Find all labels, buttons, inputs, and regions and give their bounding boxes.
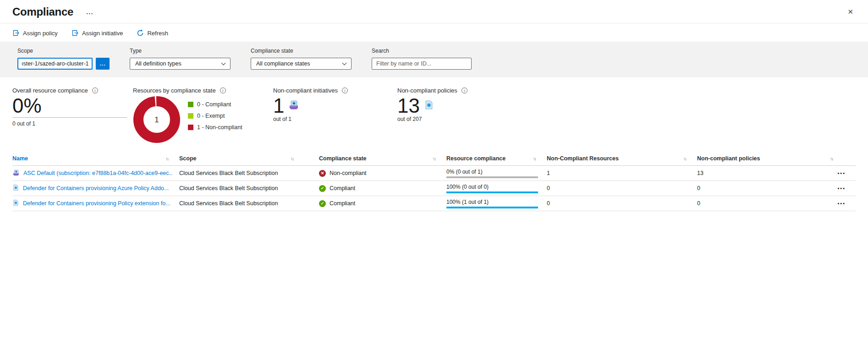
assign-initiative-label: Assign initiative xyxy=(82,30,123,37)
legend-item-exempt: 0 - Exempt xyxy=(188,113,242,119)
legend-label-exempt: 0 - Exempt xyxy=(197,113,225,119)
policy-link[interactable]: Defender for Containers provisioning Pol… xyxy=(23,200,170,207)
context-menu-icon[interactable]: ... xyxy=(86,10,93,14)
scope-picker-button[interactable]: ... xyxy=(96,58,110,70)
compliance-state-dropdown[interactable]: All compliance states xyxy=(251,58,352,70)
non-compliant-initiatives-value: 1 xyxy=(273,96,284,116)
compliance-donut-chart[interactable]: 1 xyxy=(133,96,181,145)
column-header-scope[interactable]: Scope ↑↓ xyxy=(179,155,319,162)
overall-compliance-card: Overall resource compliance i 0% 0 out o… xyxy=(12,87,133,145)
blade-header: Compliance ... ✕ xyxy=(0,0,868,19)
assign-policy-label: Assign policy xyxy=(23,30,58,37)
non-compliant-policies-subtext: out of 207 xyxy=(397,116,467,122)
resource-compliance-cell: 100% (1 out of 1) xyxy=(446,199,539,205)
sort-icon[interactable]: ↑↓ xyxy=(683,156,686,161)
legend-item-non-compliant: 1 - Non-compliant xyxy=(188,124,242,131)
legend-item-compliant: 0 - Compliant xyxy=(188,101,242,108)
donut-center-value: 1 xyxy=(154,115,159,124)
refresh-label: Refresh xyxy=(147,30,168,37)
close-icon[interactable]: ✕ xyxy=(845,7,856,17)
column-header-non-compliant-resources[interactable]: Non-Compliant Resources ↑↓ xyxy=(547,155,697,162)
legend-label-non-compliant: 1 - Non-compliant xyxy=(197,124,242,131)
scope-input[interactable] xyxy=(17,58,93,70)
chevron-down-icon xyxy=(342,60,347,65)
type-filter: Type All definition types xyxy=(130,48,231,70)
overall-compliance-subtext: 0 out of 1 xyxy=(12,120,133,127)
non-compliant-resources-cell: 1 xyxy=(547,170,697,176)
resource-compliance-cell: 0% (0 out of 1) xyxy=(446,169,539,175)
non-compliant-policies-cell: 13 xyxy=(697,170,833,176)
legend-label-compliant: 0 - Compliant xyxy=(197,101,231,108)
policy-icon xyxy=(424,100,434,112)
info-icon[interactable]: i xyxy=(92,87,98,93)
sort-icon[interactable]: ↑↓ xyxy=(433,156,435,161)
row-menu-icon[interactable]: ••• xyxy=(833,170,856,176)
non-compliant-initiatives-title: Non-compliant initiatives xyxy=(273,87,338,94)
refresh-icon xyxy=(137,29,144,37)
table-header: Name ↑↓ Scope ↑↓ Compliance state ↑↓ Res… xyxy=(12,152,856,166)
column-header-resource-compliance[interactable]: Resource compliance ↑↓ xyxy=(446,155,547,162)
compliance-progress-bar xyxy=(446,207,538,208)
compliance-state-dropdown-value: All compliance states xyxy=(256,60,310,67)
column-header-non-compliant-policies[interactable]: Non-compliant policies ↑↓ xyxy=(697,155,833,162)
resources-by-state-card: Resources by compliance state i 1 0 - Co… xyxy=(133,87,273,145)
scope-cell: Cloud Services Black Belt Subscription xyxy=(179,200,319,207)
policy-icon xyxy=(12,184,19,192)
table-row: ASC Default (subscription: e7f88b1a-04fc… xyxy=(12,166,856,181)
table-row: Defender for Containers provisioning Azu… xyxy=(12,181,856,196)
non-compliant-policies-value: 13 xyxy=(397,96,420,116)
column-header-compliance-state[interactable]: Compliance state ↑↓ xyxy=(319,155,446,162)
policy-set-link[interactable]: ASC Default (subscription: e7f88b1a-04fc… xyxy=(23,170,173,176)
column-header-name[interactable]: Name ↑↓ xyxy=(12,155,179,162)
scope-filter: Scope ... xyxy=(17,48,110,70)
scope-cell: Cloud Services Black Belt Subscription xyxy=(179,185,319,191)
sort-icon[interactable]: ↑↓ xyxy=(533,156,536,161)
sort-icon[interactable]: ↑↓ xyxy=(291,156,293,161)
compliance-state-cell: Non-compliant xyxy=(330,170,367,176)
info-icon[interactable]: i xyxy=(220,87,226,93)
resources-by-state-title: Resources by compliance state xyxy=(133,87,216,94)
policy-icon xyxy=(12,199,19,208)
sort-icon[interactable]: ↑↓ xyxy=(165,156,168,161)
info-icon[interactable]: i xyxy=(342,87,348,93)
non-compliant-policies-cell: 0 xyxy=(697,185,833,191)
non-compliant-initiatives-subtext: out of 1 xyxy=(273,116,397,122)
non-compliant-policies-title: Non-compliant policies xyxy=(397,87,457,94)
type-dropdown[interactable]: All definition types xyxy=(130,58,231,70)
non-compliant-resources-cell: 0 xyxy=(547,185,697,191)
assign-policy-button[interactable]: Assign policy xyxy=(12,29,58,37)
overall-divider xyxy=(12,117,127,118)
type-label: Type xyxy=(130,48,231,54)
row-menu-icon[interactable]: ••• xyxy=(833,186,856,191)
command-toolbar: Assign policy Assign initiative Refresh xyxy=(0,23,868,42)
compliance-state-filter: Compliance state All compliance states xyxy=(251,48,352,70)
stats-row: Overall resource compliance i 0% 0 out o… xyxy=(0,77,868,145)
row-menu-icon[interactable]: ••• xyxy=(833,201,856,206)
info-icon[interactable]: i xyxy=(461,87,467,93)
overall-compliance-value: 0% xyxy=(12,96,133,116)
compliance-state-label: Compliance state xyxy=(251,48,352,54)
compliance-progress-bar xyxy=(446,191,538,193)
assign-initiative-button[interactable]: Assign initiative xyxy=(71,29,123,37)
compliance-progress-bar xyxy=(446,176,538,178)
policy-link[interactable]: Defender for Containers provisioning Azu… xyxy=(23,185,169,191)
assign-initiative-icon xyxy=(71,29,79,37)
type-dropdown-value: All definition types xyxy=(135,60,181,67)
filter-bar: Scope ... Type All definition types Comp… xyxy=(0,42,868,77)
sort-icon[interactable]: ↑↓ xyxy=(830,156,833,161)
donut-legend: 0 - Compliant 0 - Exempt 1 - Non-complia… xyxy=(188,101,242,145)
compliance-state-cell: Compliant xyxy=(330,200,355,207)
refresh-button[interactable]: Refresh xyxy=(137,29,168,37)
overall-compliance-title: Overall resource compliance xyxy=(12,87,88,94)
search-input[interactable] xyxy=(372,58,472,70)
assign-policy-icon xyxy=(12,29,20,37)
scope-label: Scope xyxy=(17,48,110,54)
compliant-icon: ✓ xyxy=(319,185,326,192)
initiative-icon xyxy=(12,169,20,178)
legend-swatch-non-compliant xyxy=(188,125,193,130)
compliance-state-cell: Compliant xyxy=(330,185,355,191)
scope-cell: Cloud Services Black Belt Subscription xyxy=(179,170,319,176)
non-compliant-resources-cell: 0 xyxy=(547,200,697,207)
non-compliant-policies-cell: 0 xyxy=(697,200,833,207)
compliant-icon: ✓ xyxy=(319,200,326,207)
